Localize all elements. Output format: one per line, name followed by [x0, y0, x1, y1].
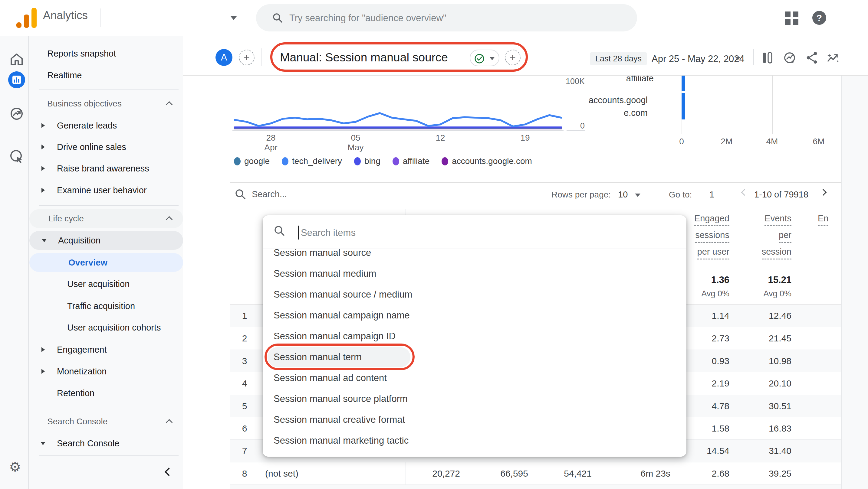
menu-item-session-manual-source[interactable]: Session manual source: [274, 246, 371, 260]
search-icon: [272, 12, 284, 24]
reports-icon[interactable]: [8, 71, 25, 88]
nav-item-traffic-acquisition[interactable]: Traffic acquisition: [28, 297, 183, 316]
legend-dot: [441, 157, 448, 165]
nav-section-search-console[interactable]: Search Console: [28, 412, 183, 431]
nav-divider: [39, 455, 179, 456]
table-row[interactable]: 8 (not set) 20,272 66,595 54,421 6m 23s …: [230, 462, 841, 485]
legend-item[interactable]: accounts.google.com: [441, 156, 532, 166]
nav-item-realtime[interactable]: Realtime: [28, 66, 183, 85]
legend-item[interactable]: google: [234, 156, 270, 166]
app-bar: Analytics Try searching for "audience ov…: [0, 0, 868, 36]
caret-down-icon[interactable]: [735, 57, 741, 60]
menu-item-session-manual-creative-format[interactable]: Session manual creative format: [274, 413, 405, 427]
left-panel: ⚙ Reports snapshot Realtime Business obj…: [0, 36, 183, 489]
menu-item-session-manual-marketing-tactic[interactable]: Session manual marketing tactic: [274, 433, 409, 448]
settings-gear-icon[interactable]: ⚙: [9, 459, 21, 475]
triangle-right-icon: [41, 369, 45, 374]
annotation-title-highlight: [270, 42, 528, 72]
nav-item-search-console[interactable]: Search Console: [28, 434, 183, 453]
bar-axis-tick: 4M: [760, 137, 784, 146]
add-comparison-button[interactable]: +: [239, 50, 254, 65]
total-sub: Avg 0%: [731, 289, 792, 298]
caret-down-icon[interactable]: [635, 194, 641, 197]
section-divider: [230, 182, 841, 183]
report-nav: Reports snapshot Realtime Business objec…: [28, 36, 183, 489]
triangle-right-icon: [41, 144, 45, 150]
apps-grid-icon[interactable]: [785, 11, 798, 25]
nav-item-retention[interactable]: Retention: [28, 384, 183, 402]
y-axis-label-top: 100K: [554, 77, 585, 86]
home-icon[interactable]: [8, 51, 25, 68]
nav-divider: [39, 89, 179, 90]
legend-item[interactable]: bing: [354, 156, 380, 166]
bar-accounts-google-com[interactable]: [682, 93, 685, 120]
nav-item-generate-leads[interactable]: Generate leads: [28, 116, 183, 135]
dropdown-search-input[interactable]: Search items: [301, 227, 355, 238]
nav-item-examine-user-behavior[interactable]: Examine user behavior: [28, 181, 183, 200]
menu-item-session-manual-ad-content[interactable]: Session manual ad content: [274, 371, 387, 385]
gridline: [772, 75, 773, 134]
table-search-input[interactable]: Search...: [252, 189, 287, 199]
legend-item[interactable]: tech_delivery: [282, 156, 342, 166]
collapse-nav-icon[interactable]: [165, 467, 173, 476]
bar-axis-tick: 0: [670, 137, 694, 146]
date-range-selector[interactable]: Apr 25 - May 22, 2024: [652, 53, 745, 65]
property-selector-caret-icon[interactable]: [230, 16, 237, 20]
nav-item-acquisition[interactable]: Acquisition: [29, 231, 183, 250]
rows-per-page-select[interactable]: 10: [618, 190, 628, 200]
sparkline-insights-icon[interactable]: [826, 51, 840, 65]
nav-item-user-acquisition[interactable]: User acquisition: [28, 274, 183, 293]
analytics-logo-icon: [17, 8, 38, 28]
bar-affiliate[interactable]: [682, 75, 685, 91]
chart-legend: google tech_delivery bing affiliate acco…: [234, 156, 532, 166]
avatar[interactable]: A: [216, 49, 232, 66]
divider: [100, 8, 100, 27]
dimension-dropdown-menu: Search items Session manual source Sessi…: [263, 215, 686, 457]
nav-item-monetization[interactable]: Monetization: [28, 362, 183, 381]
gridline: [727, 75, 727, 134]
divider: [753, 49, 753, 65]
pagination-range: 1-10 of 79918: [754, 190, 808, 200]
explore-icon[interactable]: [8, 105, 25, 122]
comparison-icon[interactable]: [760, 51, 774, 65]
nav-item-engagement[interactable]: Engagement: [28, 340, 183, 359]
column-header-events-per-session[interactable]: Events per session: [746, 214, 792, 259]
goto-label: Go to:: [669, 190, 692, 200]
page-margin: [841, 75, 868, 489]
legend-dot: [234, 157, 241, 165]
nav-item-raise-brand-awareness[interactable]: Raise brand awareness: [28, 159, 183, 178]
prev-page-icon[interactable]: [741, 189, 748, 196]
goto-input[interactable]: 1: [709, 190, 714, 200]
table-search-icon[interactable]: [235, 188, 247, 200]
traffic-line-chart[interactable]: [230, 76, 590, 132]
advertising-icon[interactable]: [8, 148, 25, 165]
global-search-input[interactable]: Try searching for "audience overview": [256, 4, 637, 31]
menu-item-session-manual-source-medium[interactable]: Session manual source / medium: [274, 287, 412, 302]
nav-divider: [39, 408, 179, 408]
menu-item-session-manual-campaign-id[interactable]: Session manual campaign ID: [274, 329, 396, 344]
legend-item[interactable]: affiliate: [393, 156, 430, 166]
x-axis: [232, 130, 563, 131]
menu-item-session-manual-medium[interactable]: Session manual medium: [274, 266, 376, 281]
x-tick: 19: [512, 133, 539, 143]
menu-item-session-manual-source-platform[interactable]: Session manual source platform: [274, 392, 408, 406]
search-icon: [274, 225, 286, 237]
menu-item-session-manual-campaign-name[interactable]: Session manual campaign name: [274, 308, 410, 323]
share-icon[interactable]: [805, 51, 819, 65]
bar-axis-tick: 6M: [807, 137, 831, 146]
rows-per-page-label: Rows per page:: [551, 190, 611, 200]
next-page-icon[interactable]: [820, 189, 827, 196]
text-cursor: [298, 226, 299, 239]
chevron-up-icon: [166, 216, 173, 223]
nav-item-user-acquisition-cohorts[interactable]: User acquisition cohorts: [28, 318, 183, 337]
column-header-clipped[interactable]: En: [818, 214, 831, 226]
help-icon[interactable]: ?: [812, 11, 826, 25]
nav-section-life-cycle[interactable]: Life cycle: [29, 209, 183, 228]
nav-item-reports-snapshot[interactable]: Reports snapshot: [28, 44, 183, 63]
insights-icon[interactable]: [783, 51, 797, 65]
bar-axis-tick: 2M: [715, 137, 739, 146]
triangle-right-icon: [41, 347, 45, 352]
nav-item-drive-online-sales[interactable]: Drive online sales: [28, 138, 183, 156]
nav-section-business-objectives[interactable]: Business objectives: [28, 94, 183, 113]
nav-item-overview[interactable]: Overview: [29, 253, 183, 272]
